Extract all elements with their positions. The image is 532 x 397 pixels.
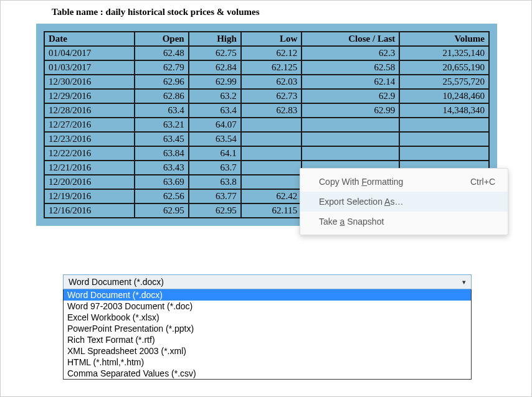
menu-copy-with-formatting[interactable]: Copy With Formatting Ctrl+C [300, 172, 508, 192]
menu-export-selection[interactable]: Export Selection As… [300, 192, 508, 212]
table-cell[interactable]: 12/30/2016 [44, 75, 135, 89]
table-cell[interactable] [302, 118, 399, 132]
dropdown-selected-text: Word Document (*.docx) [69, 277, 164, 287]
table-cell[interactable]: 62.83 [241, 103, 302, 118]
dropdown-option[interactable]: PowerPoint Presentation (*.pptx) [64, 323, 471, 334]
table-cell[interactable]: 62.125 [241, 60, 302, 75]
table-cell[interactable]: 12/16/2016 [44, 203, 135, 218]
table-cell[interactable] [302, 146, 399, 161]
table-cell[interactable]: 12/19/2016 [44, 189, 135, 203]
table-cell[interactable] [241, 132, 302, 146]
table-cell[interactable]: 62.48 [135, 46, 188, 60]
table-cell[interactable]: 12/20/2016 [44, 175, 135, 189]
table-cell[interactable]: 63.54 [189, 132, 241, 146]
table-cell[interactable]: 62.79 [135, 60, 188, 75]
table-row[interactable]: 12/30/201662.9662.9962.0362.1425,575,720 [44, 75, 489, 89]
table-cell[interactable]: 12/21/2016 [44, 161, 135, 175]
menu-export-label: Export Selection As… [319, 197, 403, 207]
dropdown-option[interactable]: XML Spreadsheet 2003 (*.xml) [64, 345, 471, 357]
table-row[interactable]: 01/04/201762.4862.7562.1262.321,325,140 [44, 46, 489, 60]
table-cell[interactable]: 63.21 [135, 118, 188, 132]
table-cell[interactable]: 62.99 [302, 103, 399, 118]
table-cell[interactable]: 21,325,140 [399, 46, 489, 60]
dropdown-option[interactable]: Word 97-2003 Document (*.doc) [64, 301, 471, 312]
table-cell[interactable]: 12/29/2016 [44, 89, 135, 103]
dropdown-selected[interactable]: Word Document (*.docx) ▾ [63, 274, 472, 289]
table-cell[interactable] [399, 132, 489, 146]
table-cell[interactable]: 62.95 [189, 203, 241, 218]
table-cell[interactable]: 63.84 [135, 146, 188, 161]
menu-snapshot-label: Take a Snapshot [319, 217, 384, 227]
table-cell[interactable]: 62.75 [189, 46, 241, 60]
table-cell[interactable]: 64.07 [189, 118, 241, 132]
table-cell[interactable] [241, 118, 302, 132]
header-close[interactable]: Close / Last [302, 32, 399, 46]
table-cell[interactable]: 01/04/2017 [44, 46, 135, 60]
table-cell[interactable]: 63.4 [189, 103, 241, 118]
table-cell[interactable]: 25,575,720 [399, 75, 489, 89]
table-cell[interactable]: 14,348,340 [399, 103, 489, 118]
table-cell[interactable]: 62.56 [135, 189, 188, 203]
table-cell[interactable] [241, 175, 302, 189]
table-cell[interactable]: 20,655,190 [399, 60, 489, 75]
table-cell[interactable]: 63.43 [135, 161, 188, 175]
dropdown-option[interactable]: Word Document (*.docx) [64, 289, 471, 301]
table-cell[interactable]: 01/03/2017 [44, 60, 135, 75]
table-row[interactable]: 12/29/201662.8663.262.7362.910,248,460 [44, 89, 489, 103]
table-row[interactable]: 12/22/201663.8464.1 [44, 146, 489, 161]
table-cell[interactable]: 62.84 [189, 60, 241, 75]
header-date[interactable]: Date [44, 32, 135, 46]
table-cell[interactable]: 62.96 [135, 75, 188, 89]
table-cell[interactable]: 62.12 [241, 46, 302, 60]
dropdown-option[interactable]: Rich Text Format (*.rtf) [64, 334, 471, 345]
table-header-row: Date Open High Low Close / Last Volume [44, 32, 489, 46]
table-cell[interactable]: 63.69 [135, 175, 188, 189]
table-cell[interactable]: 62.42 [241, 189, 302, 203]
table-cell[interactable]: 62.115 [241, 203, 302, 218]
dropdown-option[interactable]: HTML (*.html,*.htm) [64, 357, 471, 368]
table-cell[interactable]: 12/22/2016 [44, 146, 135, 161]
file-format-dropdown: Word Document (*.docx) ▾ Word Document (… [63, 274, 472, 380]
table-cell[interactable] [399, 118, 489, 132]
table-cell[interactable]: 62.9 [302, 89, 399, 103]
menu-copy-label: Copy With Formatting [319, 177, 403, 187]
table-cell[interactable]: 10,248,460 [399, 89, 489, 103]
table-cell[interactable]: 62.3 [302, 46, 399, 60]
table-cell[interactable]: 62.95 [135, 203, 188, 218]
table-cell[interactable]: 63.45 [135, 132, 188, 146]
table-row[interactable]: 12/23/201663.4563.54 [44, 132, 489, 146]
dropdown-options-list: Word Document (*.docx)Word 97-2003 Docum… [63, 289, 472, 380]
menu-take-snapshot[interactable]: Take a Snapshot [300, 212, 508, 231]
table-row[interactable]: 12/28/201663.463.462.8362.9914,348,340 [44, 103, 489, 118]
table-cell[interactable]: 64.1 [189, 146, 241, 161]
table-row[interactable]: 12/27/201663.2164.07 [44, 118, 489, 132]
table-cell[interactable]: 62.03 [241, 75, 302, 89]
table-row[interactable]: 01/03/201762.7962.8462.12562.5820,655,19… [44, 60, 489, 75]
table-cell[interactable]: 63.2 [189, 89, 241, 103]
table-cell[interactable] [241, 146, 302, 161]
table-cell[interactable] [399, 146, 489, 161]
header-low[interactable]: Low [241, 32, 302, 46]
dropdown-option[interactable]: Excel Workbook (*.xlsx) [64, 312, 471, 323]
table-cell[interactable]: 62.86 [135, 89, 188, 103]
table-cell[interactable]: 63.77 [189, 189, 241, 203]
chevron-down-icon: ▾ [462, 278, 466, 286]
table-cell[interactable] [302, 132, 399, 146]
table-cell[interactable]: 63.8 [189, 175, 241, 189]
table-cell[interactable]: 63.4 [135, 103, 188, 118]
table-cell[interactable]: 62.58 [302, 60, 399, 75]
header-open[interactable]: Open [135, 32, 188, 46]
table-cell[interactable]: 63.7 [189, 161, 241, 175]
table-cell[interactable]: 62.99 [189, 75, 241, 89]
table-cell[interactable]: 12/28/2016 [44, 103, 135, 118]
table-cell[interactable] [241, 161, 302, 175]
header-volume[interactable]: Volume [399, 32, 489, 46]
table-cell[interactable]: 62.14 [302, 75, 399, 89]
context-menu: Copy With Formatting Ctrl+C Export Selec… [300, 168, 508, 235]
table-cell[interactable]: 12/23/2016 [44, 132, 135, 146]
header-high[interactable]: High [189, 32, 241, 46]
table-cell[interactable]: 62.73 [241, 89, 302, 103]
stock-table-container: Date Open High Low Close / Last Volume 0… [36, 24, 497, 226]
dropdown-option[interactable]: Comma Separated Values (*.csv) [64, 368, 471, 379]
table-cell[interactable]: 12/27/2016 [44, 118, 135, 132]
